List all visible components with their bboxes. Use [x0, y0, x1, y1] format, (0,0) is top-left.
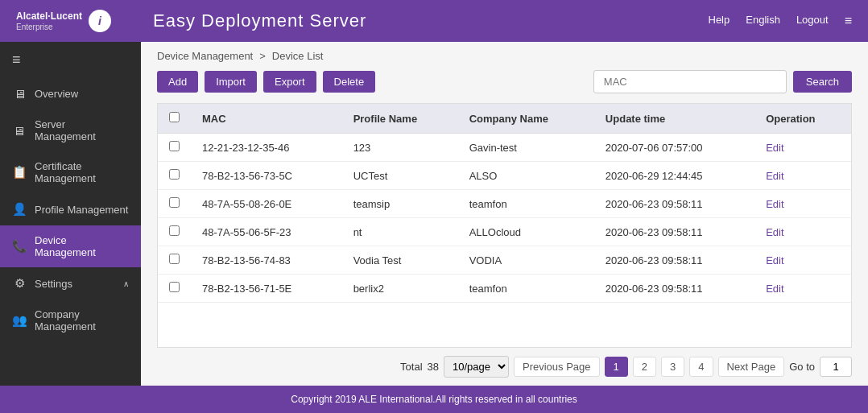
row-op-3: Edit: [754, 218, 851, 246]
table-row: 78-B2-13-56-71-5E berlix2 teamfon 2020-0…: [158, 275, 851, 303]
row-select-4[interactable]: [169, 254, 180, 264]
row-op-0: Edit: [754, 134, 851, 162]
top-header: Alcatel·Lucent Enterprise i Easy Deploym…: [0, 0, 868, 42]
row-mac-2: 48-7A-55-08-26-0E: [191, 190, 342, 218]
edit-link-2[interactable]: Edit: [766, 198, 783, 210]
search-input[interactable]: [593, 70, 787, 93]
row-checkbox-1: [158, 162, 191, 190]
device-table: MAC Profile Name Company Name Update tim…: [158, 104, 851, 303]
page-2-button[interactable]: 2: [633, 357, 656, 377]
row-company-1: ALSO: [458, 162, 594, 190]
row-checkbox-2: [158, 190, 191, 218]
per-page-select[interactable]: 10/page: [444, 356, 509, 378]
row-op-2: Edit: [754, 190, 851, 218]
table-row: 78-B2-13-56-73-5C UCTest ALSO 2020-06-29…: [158, 162, 851, 190]
sidebar-item-company-management[interactable]: 👥 Company Management: [0, 299, 141, 341]
row-mac-0: 12-21-23-12-35-46: [191, 134, 342, 162]
logo-text-line1: Alcatel·Lucent: [16, 10, 82, 23]
sidebar: ≡ 🖥 Overview 🖥 Server Management 📋 Certi…: [0, 42, 141, 386]
edit-link-5[interactable]: Edit: [766, 283, 783, 295]
sidebar-label-certificate: Certificate Management: [35, 160, 129, 184]
settings-icon: ⚙: [12, 276, 27, 291]
edit-link-4[interactable]: Edit: [766, 254, 783, 266]
settings-arrow: ∧: [123, 279, 129, 288]
sidebar-label-overview: Overview: [35, 88, 78, 100]
overview-icon: 🖥: [12, 87, 27, 101]
row-company-0: Gavin-test: [458, 134, 594, 162]
row-select-1[interactable]: [169, 169, 180, 180]
sidebar-item-settings[interactable]: ⚙ Settings ∧: [0, 267, 141, 299]
col-mac: MAC: [191, 104, 342, 134]
row-profile-0: 123: [342, 134, 458, 162]
logo-area: Alcatel·Lucent Enterprise i: [16, 10, 153, 32]
device-table-container: MAC Profile Name Company Name Update tim…: [157, 103, 852, 348]
export-button[interactable]: Export: [263, 71, 316, 93]
nav-help[interactable]: Help: [709, 14, 730, 28]
row-op-5: Edit: [754, 275, 851, 303]
sidebar-label-settings: Settings: [35, 278, 72, 290]
sidebar-item-overview[interactable]: 🖥 Overview: [0, 78, 141, 109]
row-profile-5: berlix2: [342, 275, 458, 303]
nav-logout[interactable]: Logout: [796, 14, 829, 28]
breadcrumb-separator: >: [259, 50, 266, 62]
row-company-2: teamfon: [458, 190, 594, 218]
certificate-icon: 📋: [12, 165, 27, 180]
col-update: Update time: [594, 104, 754, 134]
select-all-checkbox[interactable]: [169, 112, 180, 122]
table-row: 12-21-23-12-35-46 123 Gavin-test 2020-07…: [158, 134, 851, 162]
row-op-4: Edit: [754, 246, 851, 275]
row-mac-1: 78-B2-13-56-73-5C: [191, 162, 342, 190]
sidebar-label-company: Company Management: [35, 308, 129, 332]
table-row: 78-B2-13-56-74-83 Vodia Test VODIA 2020-…: [158, 246, 851, 275]
breadcrumb-parent[interactable]: Device Management: [157, 50, 253, 62]
delete-button[interactable]: Delete: [323, 71, 376, 93]
server-icon: 🖥: [12, 124, 27, 138]
footer-copyright: Copyright 2019 ALE International.All rig…: [291, 394, 577, 405]
nav-language[interactable]: English: [746, 14, 780, 28]
search-button[interactable]: Search: [793, 71, 852, 93]
edit-link-1[interactable]: Edit: [766, 170, 783, 182]
row-update-0: 2020-07-06 07:57:00: [594, 134, 754, 162]
total-count: 38: [428, 361, 439, 373]
import-button[interactable]: Import: [205, 71, 257, 93]
page-4-button[interactable]: 4: [689, 357, 713, 377]
footer: Copyright 2019 ALE International.All rig…: [0, 386, 868, 413]
prev-page-button[interactable]: Previous Page: [514, 357, 600, 377]
row-company-4: VODIA: [458, 246, 594, 275]
edit-link-3[interactable]: Edit: [766, 226, 783, 238]
sidebar-item-certificate-management[interactable]: 📋 Certificate Management: [0, 151, 141, 193]
breadcrumb-current: Device List: [272, 50, 324, 62]
logo-icon: i: [89, 10, 111, 32]
page-3-button[interactable]: 3: [661, 357, 684, 377]
add-button[interactable]: Add: [157, 71, 198, 93]
sidebar-item-profile-management[interactable]: 👤 Profile Management: [0, 193, 141, 225]
next-page-button[interactable]: Next Page: [718, 357, 785, 377]
sidebar-toggle[interactable]: ≡: [0, 42, 141, 78]
sidebar-label-profile: Profile Management: [35, 204, 128, 216]
row-select-3[interactable]: [169, 225, 180, 236]
breadcrumb: Device Management > Device List: [141, 42, 868, 70]
row-mac-3: 48-7A-55-06-5F-23: [191, 218, 342, 246]
sidebar-item-device-management[interactable]: 📞 Device Management: [0, 225, 141, 267]
profile-icon: 👤: [12, 202, 27, 217]
row-select-5[interactable]: [169, 282, 180, 292]
goto-input[interactable]: [820, 357, 852, 377]
edit-link-0[interactable]: Edit: [766, 142, 783, 154]
row-op-1: Edit: [754, 162, 851, 190]
row-checkbox-4: [158, 246, 191, 275]
row-mac-4: 78-B2-13-56-74-83: [191, 246, 342, 275]
row-company-5: teamfon: [458, 275, 594, 303]
page-1-button[interactable]: 1: [605, 357, 628, 377]
pagination: Total 38 10/page Previous Page 1 2 3 4 N…: [141, 348, 868, 386]
logo-text-line2: Enterprise: [16, 23, 53, 31]
app-title: Easy Deployment Server: [153, 10, 709, 31]
row-select-0[interactable]: [169, 141, 180, 151]
row-update-5: 2020-06-23 09:58:11: [594, 275, 754, 303]
menu-icon[interactable]: ≡: [845, 14, 852, 28]
sidebar-item-server-management[interactable]: 🖥 Server Management: [0, 109, 141, 151]
row-select-2[interactable]: [169, 197, 180, 208]
col-profile: Profile Name: [342, 104, 458, 134]
sidebar-label-device: Device Management: [35, 234, 129, 258]
main-layout: ≡ 🖥 Overview 🖥 Server Management 📋 Certi…: [0, 42, 868, 386]
col-operation: Operation: [754, 104, 851, 134]
